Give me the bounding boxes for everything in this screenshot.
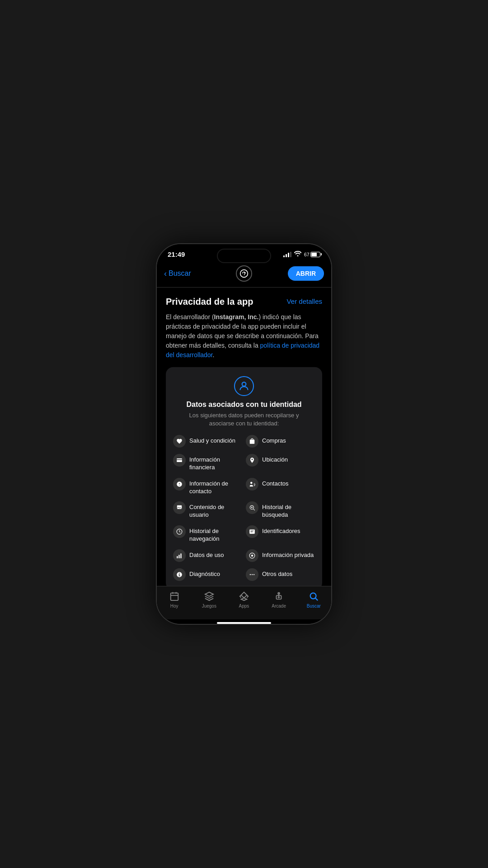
privacy-header: Privacidad de la app Ver detalles: [166, 297, 322, 307]
back-button[interactable]: ‹ Buscar: [164, 269, 200, 278]
battery-icon: 67: [304, 252, 320, 257]
phone-screen: 21:49 67: [157, 244, 331, 624]
info-privada-label: Información privada: [262, 549, 314, 559]
compras-label: Compras: [262, 435, 286, 445]
app-icon-center: [200, 265, 288, 282]
data-item-financiera: Información financiera: [173, 454, 242, 472]
salud-icon: [173, 435, 186, 448]
data-item-salud: Salud y condición: [173, 435, 242, 448]
tab-buscar[interactable]: Buscar: [300, 591, 327, 609]
tab-bar: Hoy Juegos Apps Arcade: [157, 586, 331, 619]
privacy-title: Privacidad de la app: [166, 297, 253, 307]
svg-rect-24: [170, 593, 178, 601]
phone-frame: 21:49 67: [156, 243, 332, 625]
threads-app-icon: [236, 265, 252, 282]
svg-rect-17: [178, 555, 179, 558]
historial-nav-label: Historial de navegación: [189, 525, 242, 543]
svg-line-33: [315, 598, 318, 600]
data-item-identificadores: Identificadores: [246, 525, 315, 543]
info-privada-icon: [246, 549, 258, 562]
info-contacto-icon: [173, 478, 186, 491]
apps-tab-label: Apps: [239, 604, 249, 609]
ver-detalles-link[interactable]: Ver detalles: [287, 297, 322, 305]
contenido-label: Contenido de usuario: [189, 501, 242, 519]
financiera-label: Información financiera: [189, 454, 242, 472]
otros-icon: [246, 568, 258, 581]
svg-point-22: [252, 574, 253, 575]
hoy-tab-label: Hoy: [170, 604, 178, 609]
data-item-historial-busqueda: Historial de búsqueda: [246, 501, 315, 519]
card-title: Datos asociados con tu identidad: [186, 401, 301, 409]
svg-point-29: [278, 593, 280, 594]
data-card: Datos asociados con tu identidad Los sig…: [166, 367, 322, 586]
company-name: Instagram, Inc.: [214, 313, 259, 321]
data-item-datos-uso: Datos de uso: [173, 549, 242, 562]
data-item-contenido: Contenido de usuario: [173, 501, 242, 519]
diagnostico-icon: [173, 568, 186, 581]
back-label: Buscar: [169, 269, 191, 278]
identificadores-icon: [246, 525, 258, 538]
contactos-icon: [246, 478, 258, 491]
status-time: 21:49: [168, 250, 185, 258]
data-item-info-privada: Información privada: [246, 549, 315, 562]
tab-hoy[interactable]: Hoy: [161, 591, 188, 609]
compras-icon: [246, 435, 258, 448]
svg-point-32: [310, 593, 316, 599]
arcade-icon: [273, 591, 284, 602]
tab-apps[interactable]: Apps: [230, 591, 258, 609]
buscar-icon: [308, 591, 319, 602]
tab-arcade[interactable]: Arcade: [265, 591, 292, 609]
identificadores-label: Identificadores: [262, 525, 300, 535]
data-item-diagnostico: Diagnóstico: [173, 568, 242, 581]
ubicacion-label: Ubicación: [262, 454, 288, 464]
svg-point-0: [242, 382, 246, 386]
svg-point-21: [250, 574, 251, 575]
datos-uso-icon: [173, 549, 186, 562]
nav-bar: ‹ Buscar ABRIR: [157, 262, 331, 287]
data-items-grid: Salud y condición Compras: [173, 435, 315, 581]
diagnostico-label: Diagnóstico: [189, 568, 220, 578]
juegos-tab-label: Juegos: [202, 604, 216, 609]
datos-uso-label: Datos de uso: [189, 549, 224, 559]
data-item-contactos: Contactos: [246, 478, 315, 495]
salud-label: Salud y condición: [189, 435, 235, 445]
svg-point-23: [253, 574, 254, 575]
data-item-historial-nav: Historial de navegación: [173, 525, 242, 543]
identity-icon-circle: [234, 376, 254, 396]
back-chevron-icon: ‹: [164, 269, 167, 278]
data-item-otros: Otros datos: [246, 568, 315, 581]
tab-juegos[interactable]: Juegos: [196, 591, 223, 609]
wifi-icon: [294, 251, 301, 258]
financiera-icon: [173, 454, 186, 467]
svg-point-6: [250, 481, 253, 484]
buscar-tab-label: Buscar: [307, 604, 321, 609]
svg-point-20: [251, 555, 253, 557]
dynamic-island: [217, 249, 271, 263]
juegos-icon: [204, 591, 215, 602]
card-header: Datos asociados con tu identidad Los sig…: [173, 376, 315, 428]
apps-icon: [239, 591, 249, 602]
open-app-button[interactable]: ABRIR: [288, 266, 324, 281]
svg-rect-16: [177, 556, 178, 558]
data-item-info-contacto: Información de contacto: [173, 478, 242, 495]
arcade-tab-label: Arcade: [272, 604, 286, 609]
svg-line-9: [253, 509, 255, 510]
signal-icon: [283, 252, 291, 257]
info-contacto-label: Información de contacto: [189, 478, 242, 495]
ubicacion-icon: [246, 454, 258, 467]
privacy-description: El desarrollador (Instagram, Inc.) indic…: [166, 312, 322, 360]
historial-nav-icon: [173, 525, 186, 538]
scroll-content: Privacidad de la app Ver detalles El des…: [157, 288, 331, 586]
status-icons: 67: [283, 251, 320, 258]
data-item-ubicacion: Ubicación: [246, 454, 315, 472]
contenido-icon: [173, 501, 186, 514]
svg-rect-13: [249, 530, 255, 534]
home-indicator: [217, 622, 271, 624]
data-item-compras: Compras: [246, 435, 315, 448]
svg-point-5: [179, 485, 179, 485]
historial-busqueda-icon: [246, 501, 258, 514]
historial-busqueda-label: Historial de búsqueda: [262, 501, 315, 519]
svg-rect-1: [177, 458, 182, 462]
contactos-label: Contactos: [262, 478, 289, 488]
hoy-icon: [169, 591, 180, 602]
